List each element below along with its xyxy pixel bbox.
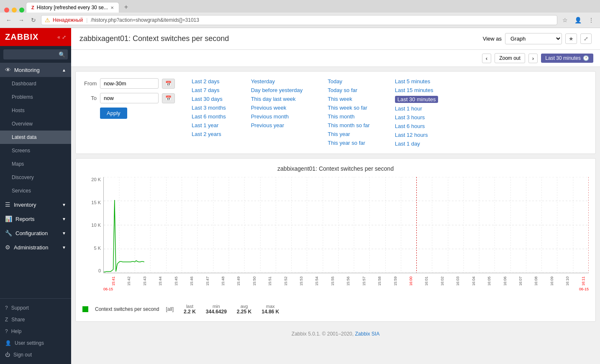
link-last-15-min[interactable]: Last 15 minutes xyxy=(395,87,438,93)
from-input[interactable] xyxy=(100,78,159,89)
link-this-week[interactable]: This week xyxy=(328,96,369,102)
sidebar-hosts-label: Hosts xyxy=(12,108,25,113)
sidebar-item-configuration[interactable]: 🔧 Configuration ▼ xyxy=(0,226,71,240)
sidebar-item-latest-data[interactable]: Latest data xyxy=(0,131,71,144)
sidebar-help-label: Help xyxy=(11,328,22,334)
refresh-button[interactable]: ↻ xyxy=(29,16,38,24)
link-previous-year[interactable]: Previous year xyxy=(251,122,303,128)
sidebar-item-problems[interactable]: Problems xyxy=(0,90,71,104)
link-last-3-hours[interactable]: Last 3 hours xyxy=(395,114,438,120)
bookmark-button[interactable]: ☆ xyxy=(561,16,569,24)
link-last-12-hours[interactable]: Last 12 hours xyxy=(395,132,438,138)
main-content: zabbixagent01: Context switches per seco… xyxy=(71,28,600,364)
menu-button[interactable]: ⋮ xyxy=(587,16,596,24)
max-label: max xyxy=(266,304,275,309)
sidebar-item-inventory[interactable]: ☰ Inventory ▼ xyxy=(0,197,71,212)
sidebar-item-hosts[interactable]: Hosts xyxy=(0,104,71,117)
x-label-1600: 16:00 xyxy=(409,275,413,285)
sidebar-item-maps[interactable]: Maps xyxy=(0,157,71,171)
forward-button[interactable]: → xyxy=(17,16,26,24)
favorite-button[interactable]: ★ xyxy=(565,33,577,44)
last-value: 2.2 K xyxy=(184,309,196,315)
sidebar-sign-out-item[interactable]: ⏻ Sign out xyxy=(0,349,71,361)
x-label-1543: 15:43 xyxy=(143,275,147,285)
link-previous-month[interactable]: Previous month xyxy=(251,113,303,120)
link-last-2-days[interactable]: Last 2 days xyxy=(192,78,226,85)
from-label: From xyxy=(84,80,97,87)
sidebar-item-dashboard[interactable]: Dashboard xyxy=(0,77,71,90)
tab-close-button[interactable]: ✕ xyxy=(110,5,114,10)
sidebar-nav: 👁 Monitoring ▲ Dashboard Problems Hosts … xyxy=(0,63,71,298)
new-tab-button[interactable]: + xyxy=(121,2,131,13)
sidebar-support-item[interactable]: ? Support xyxy=(0,302,71,314)
apply-button[interactable]: Apply xyxy=(100,108,127,119)
account-button[interactable]: 👤 xyxy=(573,16,583,24)
sidebar-item-screens[interactable]: Screens xyxy=(0,144,71,157)
x-label-1542: 15:42 xyxy=(127,275,131,285)
link-last-1-year[interactable]: Last 1 year xyxy=(192,122,226,128)
x-label-1601: 16:01 xyxy=(424,275,428,285)
link-last-1-hour[interactable]: Last 1 hour xyxy=(395,105,438,112)
graph-title: zabbixagent01: Context switches per seco… xyxy=(82,165,589,172)
link-this-day-last-week[interactable]: This day last week xyxy=(251,96,303,102)
to-calendar-button[interactable]: 📅 xyxy=(162,93,175,103)
back-button[interactable]: ← xyxy=(4,16,13,24)
link-last-6-hours[interactable]: Last 6 hours xyxy=(395,123,438,129)
sidebar-item-overview[interactable]: Overview xyxy=(0,117,71,131)
link-yesterday[interactable]: Yesterday xyxy=(251,78,303,85)
link-last-7-days[interactable]: Last 7 days xyxy=(192,87,226,93)
legend-stats: last 2.2 K min 344.6429 avg 2.25 K max 1… xyxy=(184,304,279,315)
view-as-select[interactable]: Graph Values 500 latest values xyxy=(505,33,562,44)
link-today-so-far[interactable]: Today so far xyxy=(328,87,369,93)
link-this-year[interactable]: This year xyxy=(328,131,369,137)
sidebar-discovery-label: Discovery xyxy=(12,174,34,180)
sidebar-reports-label: Reports xyxy=(15,216,35,222)
zoom-out-button[interactable]: Zoom out xyxy=(495,53,525,63)
link-last-1-day[interactable]: Last 1 day xyxy=(395,141,438,147)
max-value: 14.86 K xyxy=(262,309,279,315)
link-today[interactable]: Today xyxy=(328,78,369,85)
link-previous-week[interactable]: Previous week xyxy=(251,105,303,111)
x-label-1544: 15:44 xyxy=(158,275,162,285)
sidebar-user-settings-item[interactable]: 👤 User settings xyxy=(0,337,71,349)
sidebar-collapse-button[interactable]: « xyxy=(57,34,60,40)
fullscreen-button[interactable]: ⤢ xyxy=(580,33,592,44)
link-last-6-months[interactable]: Last 6 months xyxy=(192,113,226,120)
sidebar-item-services[interactable]: Services xyxy=(0,184,71,197)
zoom-next-button[interactable]: › xyxy=(528,54,538,63)
sidebar-help-item[interactable]: ? Help xyxy=(0,326,71,337)
sidebar-item-discovery[interactable]: Discovery xyxy=(0,171,71,184)
x-label-1541: 15:41 xyxy=(111,275,115,285)
sidebar-item-monitoring[interactable]: 👁 Monitoring ▲ xyxy=(0,63,71,77)
link-last-3-months[interactable]: Last 3 months xyxy=(192,105,226,111)
link-last-5-min[interactable]: Last 5 minutes xyxy=(395,78,438,85)
link-last-30-days[interactable]: Last 30 days xyxy=(192,96,226,102)
sidebar-support-label: Support xyxy=(11,305,29,311)
url-bar[interactable]: ⚠ Ненадежный | /history.php?action=showg… xyxy=(41,15,557,25)
x-axis-labels: 15:41 15:42 15:43 15:44 15:45 15:46 15:4… xyxy=(103,275,589,285)
link-last-30-min[interactable]: Last 30 minutes xyxy=(395,96,438,103)
link-last-2-years[interactable]: Last 2 years xyxy=(192,131,226,137)
from-calendar-button[interactable]: 📅 xyxy=(162,79,175,89)
to-label: To xyxy=(84,95,97,101)
link-this-month[interactable]: This month xyxy=(328,113,369,120)
sidebar-expand-button[interactable]: ⤢ xyxy=(62,34,66,40)
sidebar-item-reports[interactable]: 📊 Reports ▼ xyxy=(0,212,71,226)
x-label-1553: 15:53 xyxy=(299,275,303,285)
sidebar-administration-label: Administration xyxy=(14,244,48,251)
link-day-before-yesterday[interactable]: Day before yesterday xyxy=(251,87,303,93)
sidebar-search-input[interactable] xyxy=(3,49,68,59)
security-warning-icon: ⚠ xyxy=(45,17,50,23)
monitoring-arrow-icon: ▲ xyxy=(62,68,66,72)
link-this-month-so-far[interactable]: This month so far xyxy=(328,122,369,128)
sidebar-item-administration[interactable]: ⚙ Administration ▼ xyxy=(0,240,71,254)
to-input[interactable] xyxy=(100,93,159,103)
sidebar-share-item[interactable]: Z Share xyxy=(0,314,71,326)
link-this-year-so-far[interactable]: This year so far xyxy=(328,140,369,146)
zoom-prev-button[interactable]: ‹ xyxy=(482,54,491,63)
footer-text: Zabbix 5.0.1. © 2001–2020, xyxy=(292,331,354,337)
browser-tab[interactable]: Z History [refreshed every 30 se... ✕ xyxy=(26,2,119,13)
link-this-week-so-far[interactable]: This week so far xyxy=(328,105,369,111)
footer-link[interactable]: Zabbix SIA xyxy=(355,331,379,337)
current-time-preset[interactable]: Last 30 minutes 🕐 xyxy=(541,54,593,63)
